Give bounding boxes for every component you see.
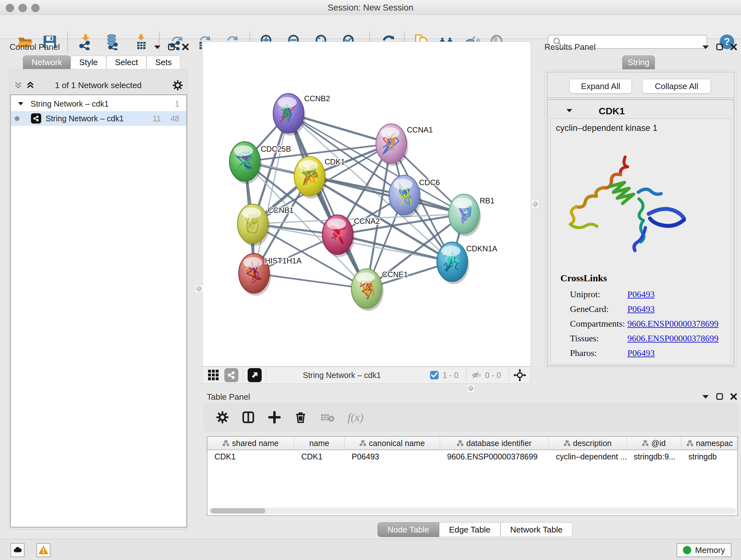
application-window: Session: New Session <box>0 0 741 560</box>
crosslink-link[interactable]: 9606.ENSP00000378699 <box>627 333 718 344</box>
expand-all-button[interactable]: Expand All <box>569 79 632 94</box>
show-columns-icon[interactable] <box>242 411 255 424</box>
control-panel-buttons <box>154 44 189 51</box>
column-header[interactable]: @id <box>627 437 681 449</box>
network-node-RB1[interactable] <box>449 194 481 236</box>
control-panel-tabs: Network Style Select Sets <box>23 56 180 69</box>
cloud-status-button[interactable] <box>10 543 24 557</box>
column-header[interactable]: database identifier <box>440 437 549 449</box>
close-panel-icon[interactable] <box>730 393 737 400</box>
collection-name: String Network – cdk1 <box>30 99 109 109</box>
column-header[interactable]: namespac <box>681 437 738 449</box>
node-label-CCNB1: CCNB1 <box>268 206 293 214</box>
fit-content-crosshair-icon[interactable] <box>514 369 526 381</box>
node-label-CCNA1: CCNA1 <box>407 125 433 134</box>
column-header[interactable]: name <box>294 437 345 449</box>
network-node-CCNE1[interactable] <box>351 269 384 311</box>
table-cell[interactable]: stringdb:9... <box>627 450 681 463</box>
collection-expander-icon[interactable] <box>18 102 23 106</box>
network-collection-row[interactable]: String Network – cdk1 1 <box>11 97 186 111</box>
column-header[interactable]: shared name <box>207 437 294 449</box>
network-row[interactable]: String Network – cdk1 11 48 <box>11 111 186 126</box>
network-view-toolbar: String Network – cdk1 1 - 0 0 - 0 <box>202 367 531 384</box>
tab-node-table[interactable]: Node Table <box>378 522 439 537</box>
gene-section: CDK1 cyclin–dependent kinase 1 <box>547 99 734 366</box>
tab-edge-table[interactable]: Edge Table <box>439 522 500 537</box>
gene-section-expander-icon[interactable] <box>566 108 572 113</box>
network-list-header: 1 of 1 Network selected <box>9 76 188 95</box>
column-namespace-icon <box>687 440 693 446</box>
network-name: String Network – cdk1 <box>46 114 124 123</box>
maximize-panel-icon[interactable] <box>716 393 723 400</box>
tab-sets[interactable]: Sets <box>146 56 180 69</box>
table-row[interactable]: CDK1CDK1P064939606.ENSP00000378699cyclin… <box>207 450 737 463</box>
import-network-icon[interactable] <box>77 34 93 50</box>
network-view-title: String Network – cdk1 <box>303 371 381 380</box>
table-cell[interactable]: cyclin–dependent ... <box>549 450 627 463</box>
column-namespace-icon <box>223 440 229 446</box>
warning-status-button[interactable] <box>37 543 51 557</box>
scrollbar-thumb[interactable] <box>211 508 266 513</box>
add-column-icon[interactable] <box>268 411 281 424</box>
table-cell[interactable]: P06493 <box>345 450 440 463</box>
collection-count: 1 <box>175 99 179 109</box>
table-cell[interactable]: CDK1 <box>294 450 345 463</box>
grid-view-icon[interactable] <box>207 368 220 382</box>
network-node-CDKN1A[interactable] <box>437 242 469 284</box>
birdseye-view-icon[interactable] <box>248 368 262 382</box>
share-view-icon[interactable] <box>224 368 239 382</box>
import-network-from-database-icon[interactable] <box>104 34 121 50</box>
window-title: Session: New Session <box>0 3 741 13</box>
hidden-count-badge: 0 - 0 <box>485 371 501 380</box>
collapse-all-button[interactable]: Collapse All <box>642 79 711 94</box>
column-namespace-icon <box>564 440 570 446</box>
crosslink-link[interactable]: P06493 <box>627 289 655 300</box>
import-table-icon[interactable] <box>133 34 149 50</box>
selected-count-badge: 1 - 0 <box>443 371 459 380</box>
network-graph[interactable]: CCNB2CCNA1CDC25BCDK1CDC6RB1CCNB1CCNA2CDK… <box>203 42 531 366</box>
float-panel-icon[interactable] <box>702 44 709 50</box>
network-options-gear-icon[interactable] <box>172 80 183 91</box>
maximize-panel-icon[interactable] <box>716 44 723 51</box>
tab-network-table[interactable]: Network Table <box>500 522 572 537</box>
network-node-CDC6[interactable] <box>389 175 421 217</box>
network-canvas[interactable]: CCNB2CCNA1CDC25BCDK1CDC6RB1CCNB1CCNA2CDK… <box>202 42 531 367</box>
network-node-CCNB1[interactable] <box>238 204 270 246</box>
close-panel-icon[interactable] <box>182 44 189 51</box>
crosslink-link[interactable]: P06493 <box>627 348 655 358</box>
selected-checkbox-icon[interactable] <box>429 370 440 380</box>
crosslink-label: Tissues: <box>570 333 599 344</box>
network-node-CCNB2[interactable] <box>273 94 306 136</box>
left-splitter-handle[interactable] <box>195 285 203 293</box>
tab-style[interactable]: Style <box>71 56 106 69</box>
tab-network[interactable]: Network <box>23 56 71 69</box>
node-label-HIST1H1A: HIST1H1A <box>265 256 301 265</box>
right-splitter-handle[interactable] <box>531 200 539 208</box>
tab-string[interactable]: String <box>622 56 655 69</box>
tab-select[interactable]: Select <box>106 56 146 69</box>
table-cell[interactable]: CDK1 <box>207 450 294 463</box>
crosslink-link[interactable]: 9606.ENSP00000378699 <box>627 319 718 329</box>
memory-button[interactable]: Memory <box>677 543 731 557</box>
close-panel-icon[interactable] <box>730 44 737 51</box>
network-node-CDK1[interactable] <box>294 157 327 199</box>
bottom-splitter-handle[interactable] <box>467 384 475 392</box>
table-cell[interactable]: 9606.ENSP00000378699 <box>440 450 549 463</box>
table-options-gear-icon[interactable] <box>216 411 229 424</box>
gene-details: cyclin–dependent kinase 1 CrossLinks <box>550 118 731 364</box>
results-panel-title: Results Panel <box>544 42 596 52</box>
table-panel-buttons <box>702 393 737 400</box>
column-header[interactable]: description <box>549 437 627 449</box>
table-horizontal-scrollbar[interactable] <box>209 508 736 514</box>
float-panel-icon[interactable] <box>702 394 709 399</box>
column-header[interactable]: canonical name <box>345 437 440 449</box>
crosslink-link[interactable]: P06493 <box>627 304 655 314</box>
network-edge-count: 48 <box>171 114 179 123</box>
column-namespace-icon <box>642 440 649 446</box>
maximize-panel-icon[interactable] <box>168 44 175 51</box>
table-cell[interactable]: stringdb <box>681 450 738 463</box>
network-node-CCNA2[interactable] <box>322 215 354 257</box>
float-panel-icon[interactable] <box>154 44 161 50</box>
delete-column-icon[interactable] <box>294 411 307 424</box>
network-list: String Network – cdk1 1 String Network –… <box>10 95 187 527</box>
